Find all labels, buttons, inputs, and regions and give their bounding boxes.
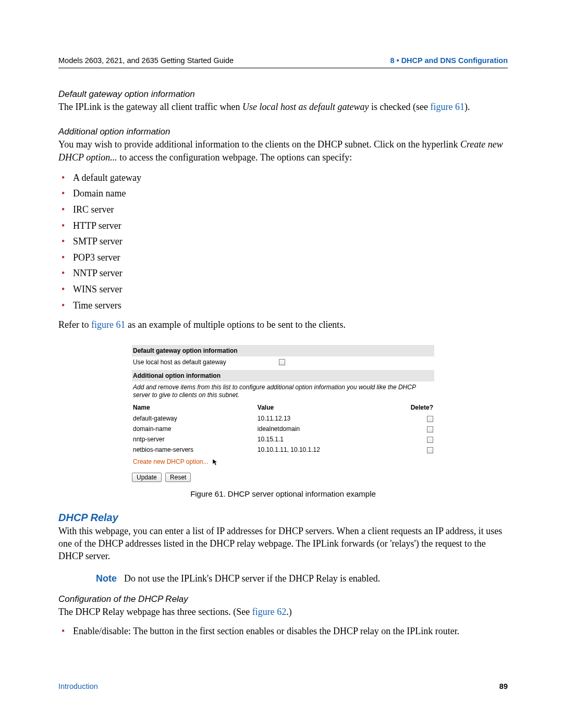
figure-61-caption: Figure 61. DHCP server optional informat… (58, 489, 508, 498)
para-config-dhcp-relay: The DHCP Relay webpage has three section… (58, 606, 508, 618)
th-name: Name (132, 401, 256, 413)
page-number: 89 (499, 682, 508, 690)
list-item: Domain name (62, 186, 508, 202)
list-item: WINS server (62, 281, 508, 298)
table-row: domain-name idealnetdomain (132, 424, 434, 434)
figure-61: Default gateway option information Use l… (132, 345, 434, 482)
cell-value: 10.10.1.11, 10.10.1.12 (256, 445, 385, 455)
cell-name: netbios-name-servers (132, 445, 256, 455)
th-delete: Delete? (385, 401, 434, 413)
option-bullet-list: A default gateway Domain name IRC server… (58, 170, 508, 313)
fig-table: Name Value Delete? default-gateway 10.11… (132, 401, 434, 455)
header-right: 8 • DHCP and DNS Configuration (390, 56, 508, 65)
figure-61-link-2[interactable]: figure 61 (91, 319, 125, 330)
fig-description: Add and remove items from this list to c… (132, 381, 434, 401)
update-button[interactable]: Update (132, 473, 162, 482)
th-value: Value (256, 401, 385, 413)
heading-default-gateway: Default gateway option information (58, 89, 508, 100)
relay-bullet-list: Enable/disable: The button in the first … (58, 623, 508, 639)
header-left: Models 2603, 2621, and 2635 Getting Star… (58, 56, 234, 65)
list-item: POP3 server (62, 250, 508, 266)
header-rule (58, 68, 508, 68)
para-dhcp-relay: With this webpage, you can enter a list … (58, 525, 508, 563)
checkbox-delete[interactable] (427, 447, 433, 453)
note-text: Do not use the IPLink's DHCP server if t… (124, 573, 380, 584)
table-row: nntp-server 10.15.1.1 (132, 434, 434, 445)
list-item: Time servers (62, 298, 508, 314)
list-item: NNTP server (62, 265, 508, 281)
cell-value: 10.11.12.13 (256, 413, 385, 424)
text: to access the configuration webpage. The… (117, 152, 352, 163)
text: is checked (see (369, 102, 431, 112)
para-additional-option: You may wish to provide additional infor… (58, 138, 508, 164)
cursor-icon (212, 459, 219, 466)
checkbox-delete[interactable] (427, 416, 433, 422)
cell-value: 10.15.1.1 (256, 434, 385, 445)
para-default-gateway: The IPLink is the gateway all client tra… (58, 101, 508, 113)
checkbox-default-gateway[interactable] (279, 359, 285, 365)
heading-dhcp-relay: DHCP Relay (58, 512, 508, 524)
text: .) (286, 607, 292, 617)
note-label: Note (96, 573, 117, 584)
heading-additional-option: Additional option information (58, 127, 508, 137)
reset-button[interactable]: Reset (165, 473, 191, 482)
checkbox-delete[interactable] (427, 437, 433, 443)
text-italic: Use local host as default gateway (242, 102, 369, 112)
text: You may wish to provide additional infor… (58, 139, 460, 150)
table-row: default-gateway 10.11.12.13 (132, 413, 434, 424)
text: The IPLink is the gateway all client tra… (58, 102, 242, 112)
figure-62-link[interactable]: figure 62 (252, 607, 286, 617)
heading-config-dhcp-relay: Configuration of the DHCP Relay (58, 594, 508, 604)
text: The DHCP Relay webpage has three section… (58, 607, 252, 617)
text: Refer to (58, 319, 91, 330)
note-block: NoteDo not use the IPLink's DHCP server … (96, 572, 508, 585)
fig-row-label: Use local host as default gateway (133, 359, 279, 366)
create-new-dhcp-option-link[interactable]: Create new DHCP option... (132, 455, 210, 467)
list-item: IRC server (62, 202, 508, 218)
list-item: A default gateway (62, 170, 508, 186)
fig-head-2: Additional option information (132, 370, 434, 381)
figure-61-link[interactable]: figure 61 (431, 102, 464, 112)
cell-name: default-gateway (132, 413, 256, 424)
footer-left: Introduction (58, 682, 98, 690)
list-item: Enable/disable: The button in the first … (62, 623, 508, 639)
text: ). (464, 102, 470, 112)
list-item: SMTP server (62, 233, 508, 250)
cell-value: idealnetdomain (256, 424, 385, 434)
para-refer: Refer to figure 61 as an example of mult… (58, 318, 508, 331)
text: as an example of multiple options to be … (125, 319, 345, 330)
fig-head-1: Default gateway option information (132, 345, 434, 356)
checkbox-delete[interactable] (427, 426, 433, 433)
list-item: HTTP server (62, 218, 508, 234)
cell-name: domain-name (132, 424, 256, 434)
table-row: netbios-name-servers 10.10.1.11, 10.10.1… (132, 445, 434, 455)
cell-name: nntp-server (132, 434, 256, 445)
